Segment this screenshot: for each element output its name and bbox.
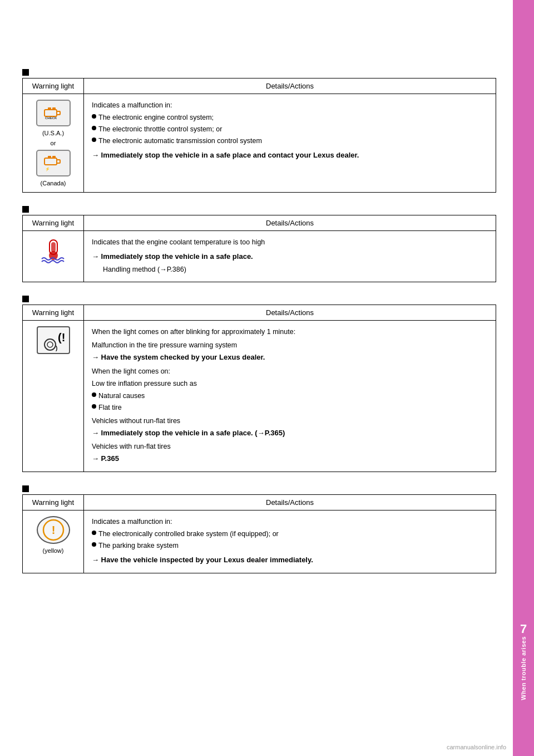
tire-bullet-2: Flat tire (92, 402, 488, 413)
brake-label: (yellow) (43, 547, 64, 554)
tire-action1-text: → Have the system checked by your Lexus … (92, 353, 265, 361)
tire-para3: When the light comes on: (92, 366, 488, 377)
bullet-text-1-3: The electronic automatic transmission co… (98, 135, 262, 146)
coolant-details: Indicates that the engine coolant temper… (84, 231, 496, 282)
check-engine-action-text: → Immediately stop the vehicle in a safe… (92, 151, 359, 159)
brake-intro: Indicates a malfunction in: (92, 516, 488, 527)
brake-action-text: → Have the vehicle inspected by your Lex… (92, 556, 313, 564)
coolant-icon (31, 237, 76, 264)
section-check-engine: Warning light Details/Actions (22, 69, 496, 193)
chapter-number: 7 (520, 622, 527, 636)
dot-1-2 (92, 126, 96, 130)
section3-header (22, 296, 496, 302)
svg-text:(!: (! (58, 331, 65, 343)
section-bullet-1 (22, 69, 29, 76)
main-content: Warning light Details/Actions (0, 0, 513, 756)
tire-icon-box: (! ) (37, 326, 70, 354)
col2-header-3: Details/Actions (84, 305, 496, 320)
coolant-sub-action: Handling method (→P.386) (103, 264, 488, 275)
col1-header-3: Warning light (23, 305, 84, 320)
brake-bullet-2: The parking brake system (92, 540, 488, 551)
tire-dot-1 (92, 392, 96, 397)
brake-svg: ! (42, 519, 65, 541)
engine-svg-canada: ⚡ (43, 155, 63, 171)
tire-para6: Vehicles with run-flat tires (92, 441, 488, 452)
coolant-action-text: → Immediately stop the vehicle in a safe… (92, 252, 253, 261)
section-bullet-4 (22, 485, 29, 492)
svg-rect-3 (52, 107, 56, 110)
tire-action3-text: → P.365 (92, 454, 119, 463)
coolant-action: → Immediately stop the vehicle in a safe… (92, 251, 488, 263)
check-engine-intro: Indicates a malfunction in: (92, 100, 488, 111)
tire-para4: Low tire inflation pressure such as (92, 378, 488, 389)
table-tire: Warning light Details/Actions (22, 305, 496, 472)
svg-rect-7 (48, 156, 51, 159)
dot-1-1 (92, 114, 96, 119)
col1-header-1: Warning light (23, 78, 84, 94)
tire-icon: (! ) (31, 326, 76, 354)
tire-action3: → P.365 (92, 453, 488, 465)
bullet-text-1-1: The electronic engine control system; (98, 112, 214, 123)
brake-dot-1 (92, 531, 96, 535)
or-label: or (51, 140, 56, 146)
tire-action1: → Have the system checked by your Lexus … (92, 352, 488, 364)
right-sidebar: 7 When trouble arises (513, 0, 534, 756)
check-engine-icons: CHECK (U.S.A.) or (31, 100, 76, 186)
coolant-svg (38, 238, 68, 263)
section4-header (22, 485, 496, 492)
svg-rect-5 (44, 158, 57, 165)
brake-bullet-1: The electronically controlled brake syst… (92, 528, 488, 539)
dot-1-3 (92, 138, 96, 142)
usa-label: (U.S.A.) (42, 130, 64, 136)
col2-header-1: Details/Actions (84, 78, 496, 94)
tire-para1: When the light comes on after blinking f… (92, 326, 488, 337)
brake-light-cell: ! (yellow) (23, 510, 84, 573)
tire-bullet-text-2: Flat tire (98, 402, 122, 413)
tire-svg: (! ) (41, 329, 66, 351)
svg-point-13 (44, 339, 56, 350)
section2-header (22, 206, 496, 213)
svg-rect-0 (44, 110, 57, 116)
bullet-1-3: The electronic automatic transmission co… (92, 135, 488, 146)
section-coolant: Warning light Details/Actions (22, 206, 496, 282)
table-coolant: Warning light Details/Actions (22, 215, 496, 282)
svg-rect-6 (57, 160, 60, 163)
table-brake: Warning light Details/Actions ! (22, 494, 496, 573)
svg-text:!: ! (51, 524, 55, 536)
section-brake: Warning light Details/Actions ! (22, 485, 496, 573)
col2-header-2: Details/Actions (84, 215, 496, 231)
tire-details: When the light comes on after blinking f… (84, 320, 496, 472)
canada-label: (Canada) (41, 180, 66, 186)
brake-icon: ! (yellow) (31, 516, 76, 554)
tire-para5: Vehicles without run-flat tires (92, 415, 488, 426)
check-engine-canada-icon: ⚡ (36, 150, 71, 176)
brake-bullet-text-2: The parking brake system (98, 540, 179, 551)
svg-rect-8 (52, 156, 56, 159)
brake-details: Indicates a malfunction in: The electron… (84, 510, 496, 573)
tire-para2: Malfunction in the tire pressure warning… (92, 340, 488, 351)
check-engine-action: → Immediately stop the vehicle in a safe… (92, 150, 488, 161)
svg-text:⚡: ⚡ (45, 166, 50, 171)
tire-action2: → Immediately stop the vehicle in a safe… (92, 428, 488, 439)
brake-icon-box: ! (37, 516, 70, 544)
bullet-text-1-2: The electronic throttle control system; … (98, 124, 222, 135)
bullet-1-2: The electronic throttle control system; … (92, 124, 488, 135)
tire-bullet-1: Natural causes (92, 390, 488, 401)
coolant-icon-wrap (37, 237, 70, 264)
page-wrapper: Warning light Details/Actions (0, 0, 534, 756)
section-bullet-2 (22, 206, 29, 213)
coolant-light-cell (23, 231, 84, 282)
tire-action2-text: → Immediately stop the vehicle in a safe… (92, 429, 285, 437)
brake-action: → Have the vehicle inspected by your Lex… (92, 554, 488, 566)
svg-point-14 (47, 342, 53, 347)
watermark: carmanualsonline.info (447, 744, 506, 750)
tire-light-cell: (! ) (23, 320, 84, 472)
tire-dot-2 (92, 404, 96, 409)
section-tire: Warning light Details/Actions (22, 296, 496, 472)
col1-header-2: Warning light (23, 215, 84, 231)
section1-header (22, 69, 496, 76)
svg-rect-1 (57, 111, 60, 115)
engine-svg-usa: CHECK (43, 106, 63, 120)
brake-dot-2 (92, 542, 96, 547)
svg-rect-2 (48, 107, 51, 110)
